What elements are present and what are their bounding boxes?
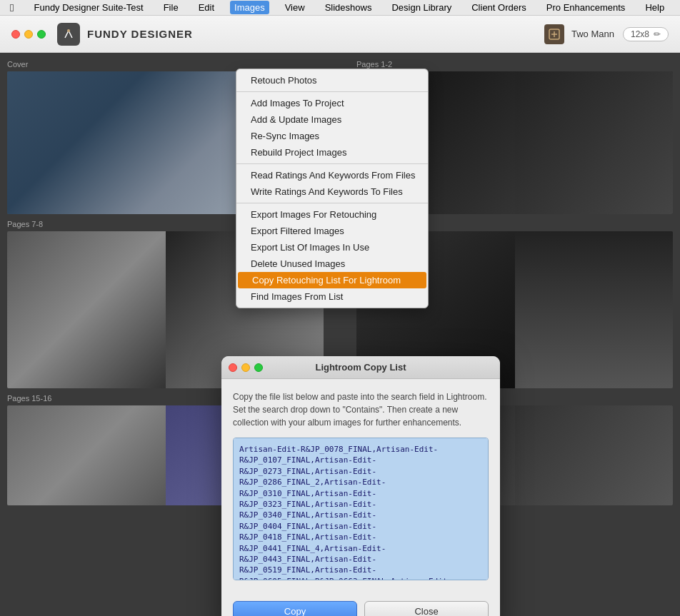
menu-client-orders[interactable]: Client Orders bbox=[467, 1, 531, 14]
menu-view[interactable]: View bbox=[281, 1, 309, 14]
menu-app-name[interactable]: Fundy Designer Suite-Test bbox=[29, 1, 147, 14]
separator-3 bbox=[236, 203, 428, 203]
title-bar-right: Two Mann 12x8 ✏ bbox=[544, 24, 669, 44]
menu-item-delete-unused[interactable]: Delete Unused Images bbox=[236, 256, 428, 272]
menu-item-add-update[interactable]: Add & Update Images bbox=[236, 111, 428, 128]
dialog-buttons: Copy Close bbox=[221, 594, 500, 616]
cover-label: Cover bbox=[7, 60, 324, 69]
maximize-button[interactable] bbox=[37, 30, 46, 39]
menu-item-resync[interactable]: Re-Sync Images bbox=[236, 128, 428, 144]
pages12-label: Pages 1-2 bbox=[356, 60, 673, 69]
size-value: 12x8 bbox=[631, 29, 649, 39]
menu-item-rebuild[interactable]: Rebuild Project Images bbox=[236, 144, 428, 161]
dialog-content-textarea[interactable] bbox=[233, 438, 489, 580]
app-title: FUNDY DESIGNER bbox=[87, 28, 193, 40]
dialog-body: Copy the file list below and paste into … bbox=[221, 379, 500, 594]
dialog-close-button[interactable] bbox=[229, 363, 237, 372]
size-badge[interactable]: 12x8 ✏ bbox=[623, 27, 669, 41]
menu-item-write-ratings[interactable]: Write Ratings And Keywords To Files bbox=[236, 183, 428, 200]
title-bar: FUNDY DESIGNER Two Mann 12x8 ✏ bbox=[0, 16, 680, 53]
menu-images[interactable]: Images bbox=[230, 1, 269, 14]
menu-item-copy-retouch[interactable]: Copy Retouching List For Lightroom bbox=[238, 272, 426, 288]
menu-slideshows[interactable]: Slideshows bbox=[321, 1, 376, 14]
close-button[interactable]: Close bbox=[364, 601, 489, 616]
menu-design-library[interactable]: Design Library bbox=[387, 1, 456, 14]
images-dropdown-menu: Retouch Photos Add Images To Project Add… bbox=[236, 69, 429, 308]
svg-point-0 bbox=[67, 29, 70, 32]
separator-1 bbox=[236, 91, 428, 92]
traffic-lights bbox=[11, 30, 46, 39]
minimize-button[interactable] bbox=[24, 30, 33, 39]
menu-file[interactable]: File bbox=[159, 1, 183, 14]
menu-bar:  Fundy Designer Suite-Test File Edit Im… bbox=[0, 0, 680, 16]
app-identity: FUNDY DESIGNER bbox=[57, 23, 193, 46]
dialog-traffic-lights bbox=[229, 363, 263, 372]
menu-pro-enhancements[interactable]: Pro Enhancements bbox=[542, 1, 630, 14]
menu-help[interactable]: Help bbox=[641, 1, 669, 14]
menu-item-export-list[interactable]: Export List Of Images In Use bbox=[236, 239, 428, 256]
menu-item-find-images[interactable]: Find Images From List bbox=[236, 288, 428, 305]
project-icon bbox=[544, 24, 564, 44]
dialog-titlebar: Lightroom Copy List bbox=[221, 356, 500, 379]
menu-edit[interactable]: Edit bbox=[194, 1, 219, 14]
dialog-maximize-button[interactable] bbox=[254, 363, 263, 372]
menu-item-export-filtered[interactable]: Export Filtered Images bbox=[236, 223, 428, 239]
main-content: Cover bbox=[0, 53, 680, 616]
edit-icon: ✏ bbox=[654, 29, 661, 39]
menu-item-read-ratings[interactable]: Read Ratings And Keywords From Files bbox=[236, 167, 428, 183]
lightroom-copy-dialog: Lightroom Copy List Copy the file list b… bbox=[221, 356, 500, 616]
menu-item-export-retouch[interactable]: Export Images For Retouching bbox=[236, 206, 428, 223]
app-icon bbox=[57, 23, 80, 46]
menu-item-add-images[interactable]: Add Images To Project bbox=[236, 95, 428, 111]
project-info: Two Mann bbox=[544, 24, 614, 44]
separator-2 bbox=[236, 163, 428, 164]
menu-item-retouch[interactable]: Retouch Photos bbox=[236, 72, 428, 89]
dialog-description: Copy the file list below and paste into … bbox=[233, 390, 489, 429]
close-button[interactable] bbox=[11, 30, 20, 39]
copy-button[interactable]: Copy bbox=[233, 601, 357, 616]
project-name: Two Mann bbox=[571, 29, 614, 39]
apple-menu[interactable]:  bbox=[6, 0, 18, 15]
dialog-minimize-button[interactable] bbox=[241, 363, 250, 372]
dialog-title: Lightroom Copy List bbox=[315, 362, 406, 373]
